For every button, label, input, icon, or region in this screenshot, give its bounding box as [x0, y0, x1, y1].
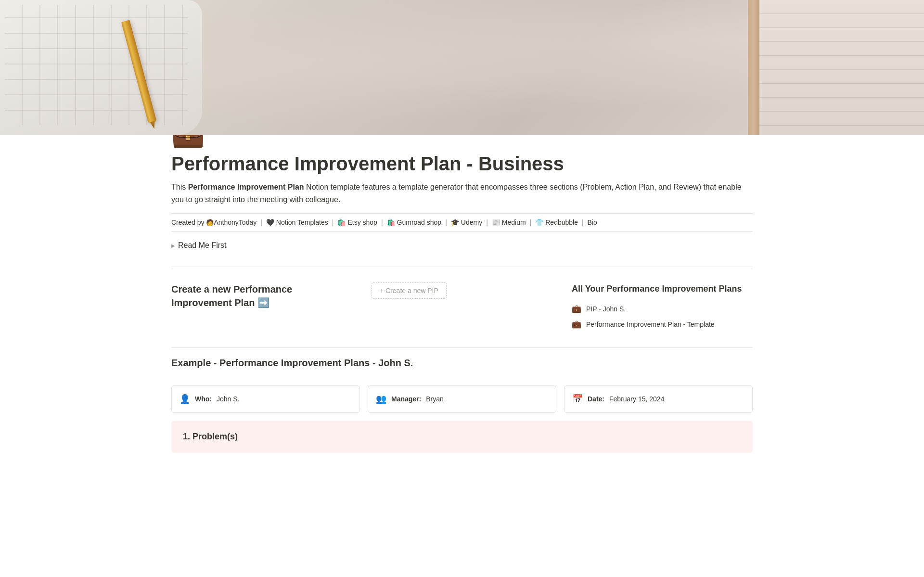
page-description: This Performance Improvement Plan Notion…	[171, 181, 749, 205]
manager-value: Bryan	[426, 394, 444, 404]
redbubble-icon: 👕	[535, 218, 543, 228]
pip-left-column: Create a new Performance Improvement Pla…	[171, 282, 352, 309]
who-card: 👤 Who: John S.	[171, 385, 360, 413]
pip-list-icon-1: 💼	[572, 319, 581, 330]
example-section: Example - Performance Improvement Plans …	[171, 347, 753, 453]
problems-section: 1. Problem(s)	[171, 421, 753, 453]
date-card: 📅 Date: February 15, 2024	[564, 385, 753, 413]
cover-notebook-spine	[748, 0, 759, 135]
pip-middle-column: + Create a new PIP	[372, 282, 552, 299]
created-by-bar: Created by 🧑 AnthonyToday | 🖤 Notion Tem…	[171, 213, 753, 232]
info-cards: 👤 Who: John S. 👥 Manager: Bryan 📅 Date: …	[171, 385, 753, 413]
udemy-icon: 🎓	[451, 218, 459, 228]
description-before-bold: This	[171, 183, 188, 191]
create-new-pip-button[interactable]: + Create a new PIP	[372, 282, 447, 299]
pip-section: Create a new Performance Improvement Pla…	[171, 282, 753, 332]
medium-link[interactable]: 📰 Medium	[492, 218, 526, 228]
page-title: Performance Improvement Plan - Business	[171, 152, 753, 175]
section-divider-1	[171, 267, 753, 267]
notion-templates-icon: 🖤	[266, 218, 274, 228]
author-link[interactable]: AnthonyToday	[214, 218, 257, 228]
cover-keyboard-decoration	[0, 0, 202, 135]
date-card-icon: 📅	[572, 393, 583, 406]
cover-image	[0, 0, 924, 135]
example-title: Example - Performance Improvement Plans …	[171, 347, 753, 378]
cover-notebook-decoration	[756, 0, 924, 135]
pip-right-column: All Your Performance Improvement Plans 💼…	[572, 282, 753, 332]
pip-list-label-0: PIP - John S.	[586, 304, 626, 314]
separator-1: |	[260, 218, 262, 228]
medium-icon: 📰	[492, 218, 500, 228]
manager-label: Manager:	[391, 394, 421, 404]
separator-7: |	[582, 218, 584, 228]
gumroad-icon: 🛍️	[387, 218, 395, 228]
pip-list-item-0[interactable]: 💼 PIP - John S.	[572, 301, 753, 317]
author-emoji: 🧑	[206, 218, 214, 228]
created-by-label: Created by	[171, 218, 204, 228]
manager-card-icon: 👥	[376, 393, 386, 406]
read-me-first-toggle[interactable]: ▶ Read Me First	[171, 236, 753, 259]
notion-templates-label: Notion Templates	[276, 218, 328, 228]
description-bold: Performance Improvement Plan	[188, 183, 304, 191]
pip-left-title: Create a new Performance Improvement Pla…	[171, 282, 352, 309]
etsy-shop-link[interactable]: 🛍️ Etsy shop	[337, 218, 377, 228]
udemy-link[interactable]: 🎓 Udemy	[451, 218, 482, 228]
bio-link[interactable]: Bio	[588, 218, 597, 228]
all-pips-title: All Your Performance Improvement Plans	[572, 282, 753, 295]
pip-list-icon-0: 💼	[572, 303, 581, 315]
medium-label: Medium	[502, 218, 526, 228]
pip-list-label-1: Performance Improvement Plan - Template	[586, 320, 715, 330]
toggle-triangle-icon: ▶	[171, 242, 175, 249]
separator-4: |	[445, 218, 447, 228]
separator-6: |	[530, 218, 532, 228]
redbubble-label: Redbubble	[545, 218, 578, 228]
date-label: Date:	[588, 394, 604, 404]
who-card-icon: 👤	[180, 393, 190, 406]
manager-card: 👥 Manager: Bryan	[368, 385, 556, 413]
read-me-first-label: Read Me First	[178, 240, 226, 251]
separator-2: |	[332, 218, 334, 228]
gumroad-shop-link[interactable]: 🛍️ Gumroad shop	[387, 218, 442, 228]
gumroad-label: Gumroad shop	[397, 218, 442, 228]
pip-list-item-1[interactable]: 💼 Performance Improvement Plan - Templat…	[572, 317, 753, 332]
separator-5: |	[486, 218, 488, 228]
who-label: Who:	[195, 394, 212, 404]
who-value: John S.	[217, 394, 239, 404]
notion-templates-link[interactable]: 🖤 Notion Templates	[266, 218, 328, 228]
etsy-label: Etsy shop	[347, 218, 377, 228]
etsy-icon: 🛍️	[337, 218, 346, 228]
separator-3: |	[381, 218, 383, 228]
redbubble-link[interactable]: 👕 Redbubble	[535, 218, 578, 228]
date-value: February 15, 2024	[609, 394, 664, 404]
udemy-label: Udemy	[461, 218, 482, 228]
problems-title: 1. Problem(s)	[183, 430, 741, 443]
